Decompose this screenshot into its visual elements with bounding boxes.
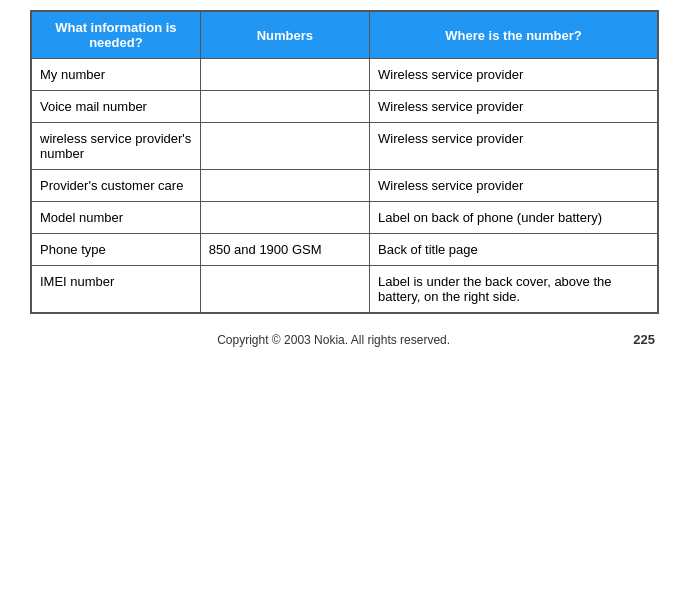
cell-col1: Phone type	[31, 234, 200, 266]
cell-col1: Provider's customer care	[31, 170, 200, 202]
table-row: Phone type850 and 1900 GSMBack of title …	[31, 234, 658, 266]
cell-col3: Label is under the back cover, above the…	[370, 266, 658, 314]
cell-col2	[200, 170, 369, 202]
cell-col1: wireless service provider's number	[31, 123, 200, 170]
cell-col3: Wireless service provider	[370, 123, 658, 170]
header-numbers: Numbers	[200, 11, 369, 59]
table-row: wireless service provider's numberWirele…	[31, 123, 658, 170]
cell-col2	[200, 202, 369, 234]
cell-col3: Wireless service provider	[370, 170, 658, 202]
cell-col3: Wireless service provider	[370, 59, 658, 91]
cell-col1: Voice mail number	[31, 91, 200, 123]
cell-col2	[200, 266, 369, 314]
cell-col3: Wireless service provider	[370, 91, 658, 123]
page-footer: Copyright © 2003 Nokia. All rights reser…	[30, 332, 659, 347]
info-table: What information is needed? Numbers Wher…	[30, 10, 659, 314]
cell-col1: My number	[31, 59, 200, 91]
cell-col2	[200, 123, 369, 170]
cell-col1: Model number	[31, 202, 200, 234]
cell-col2	[200, 91, 369, 123]
header-where: Where is the number?	[370, 11, 658, 59]
table-row: Model numberLabel on back of phone (unde…	[31, 202, 658, 234]
header-what: What information is needed?	[31, 11, 200, 59]
copyright-text: Copyright © 2003 Nokia. All rights reser…	[34, 333, 633, 347]
table-row: My numberWireless service provider	[31, 59, 658, 91]
cell-col3: Label on back of phone (under battery)	[370, 202, 658, 234]
table-row: Voice mail numberWireless service provid…	[31, 91, 658, 123]
cell-col1: IMEI number	[31, 266, 200, 314]
table-row: IMEI numberLabel is under the back cover…	[31, 266, 658, 314]
cell-col2	[200, 59, 369, 91]
cell-col3: Back of title page	[370, 234, 658, 266]
table-row: Provider's customer careWireless service…	[31, 170, 658, 202]
page-number: 225	[633, 332, 655, 347]
cell-col2: 850 and 1900 GSM	[200, 234, 369, 266]
